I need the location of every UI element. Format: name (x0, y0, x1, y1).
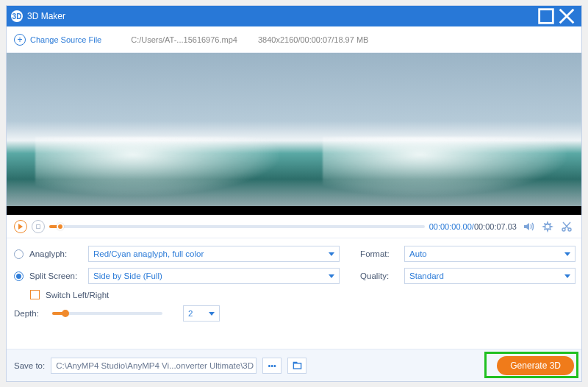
split-radio[interactable] (14, 271, 24, 281)
app-icon: 3D (11, 10, 23, 22)
cut-button[interactable] (559, 219, 574, 234)
generate-button[interactable]: Generate 3D (497, 356, 574, 375)
switch-checkbox[interactable] (30, 290, 40, 299)
depth-thumb[interactable] (62, 310, 69, 317)
video-preview (7, 53, 581, 215)
source-bar: + Change Source File C:/Users/AT-...1561… (7, 26, 581, 53)
chevron-down-icon (564, 274, 570, 278)
svg-rect-0 (539, 10, 553, 24)
time-display: 00:00:00.00/00:00:07.03 (429, 222, 517, 231)
svg-rect-1 (37, 224, 40, 228)
save-path-field[interactable]: C:\AnyMP4 Studio\AnyMP4 Vi...onverter Ul… (51, 358, 257, 374)
save-to-label: Save to: (14, 361, 45, 370)
depth-select[interactable]: 2 (183, 305, 220, 322)
options-panel: Anaglyph: Red/Cyan anaglyph, full color … (7, 238, 581, 349)
chevron-down-icon (329, 274, 334, 278)
close-button[interactable] (556, 9, 577, 24)
stop-button[interactable] (32, 220, 45, 233)
maximize-button[interactable] (536, 9, 556, 24)
format-select[interactable]: Auto (404, 246, 576, 262)
snapshot-button[interactable] (540, 219, 555, 234)
time-duration: 00:00:07.03 (474, 222, 517, 231)
anaglyph-select[interactable]: Red/Cyan anaglyph, full color (88, 246, 340, 262)
right-eye-pane (294, 53, 581, 215)
play-controls: 00:00:00.00/00:00:07.03 (7, 215, 581, 238)
anaglyph-radio[interactable] (14, 249, 24, 259)
options-left: Anaglyph: Red/Cyan anaglyph, full color … (14, 246, 340, 346)
depth-value: 2 (188, 309, 193, 318)
chevron-down-icon (329, 252, 334, 256)
source-meta: 3840x2160/00:00:07/18.97 MB (258, 35, 368, 44)
split-row: Split Screen: Side by Side (Full) (14, 268, 340, 284)
format-value: Auto (409, 249, 427, 258)
quality-row: Quality: Standard (360, 268, 576, 284)
quality-select[interactable]: Standard (404, 268, 576, 284)
seek-thumb[interactable] (57, 223, 64, 230)
svg-rect-4 (293, 363, 301, 369)
volume-button[interactable] (521, 219, 536, 234)
titlebar: 3D 3D Maker (7, 6, 581, 26)
play-button[interactable] (14, 220, 27, 233)
depth-row: Depth: 2 (14, 305, 340, 322)
quality-value: Standard (409, 271, 444, 280)
depth-label: Depth: (14, 309, 46, 318)
save-path-value: C:\AnyMP4 Studio\AnyMP4 Vi...onverter Ul… (56, 361, 257, 370)
time-current: 00:00:00.00 (429, 222, 472, 231)
open-folder-button[interactable] (287, 358, 306, 374)
quality-label: Quality: (360, 271, 398, 280)
anaglyph-row: Anaglyph: Red/Cyan anaglyph, full color (14, 246, 340, 262)
split-select[interactable]: Side by Side (Full) (88, 268, 340, 284)
app-title: 3D Maker (27, 11, 536, 21)
chevron-down-icon (209, 312, 215, 316)
left-eye-pane (7, 53, 294, 215)
anaglyph-label: Anaglyph: (29, 249, 82, 258)
depth-slider[interactable] (52, 312, 162, 315)
switch-row: Switch Left/Right (30, 290, 340, 299)
format-row: Format: Auto (360, 246, 576, 262)
app-window: 3D 3D Maker + Change Source File C:/User… (6, 5, 582, 382)
options-right: Format: Auto Quality: Standard (347, 246, 576, 346)
split-label: Split Screen: (29, 271, 82, 280)
change-source-button[interactable]: + Change Source File (14, 34, 101, 46)
anaglyph-value: Red/Cyan anaglyph, full color (93, 249, 204, 258)
change-source-label: Change Source File (30, 35, 101, 44)
plus-icon: + (14, 34, 26, 46)
bottom-bar: Save to: C:\AnyMP4 Studio\AnyMP4 Vi...on… (7, 349, 581, 381)
chevron-down-icon (564, 252, 570, 256)
browse-button[interactable]: ••• (262, 358, 282, 374)
switch-label: Switch Left/Right (46, 291, 109, 299)
source-path: C:/Users/AT-...15616976.mp4 (131, 35, 237, 44)
letterbox (7, 206, 581, 215)
split-value: Side by Side (Full) (93, 271, 162, 280)
format-label: Format: (360, 249, 398, 258)
seek-slider[interactable] (49, 225, 425, 228)
generate-label: Generate 3D (510, 361, 561, 371)
